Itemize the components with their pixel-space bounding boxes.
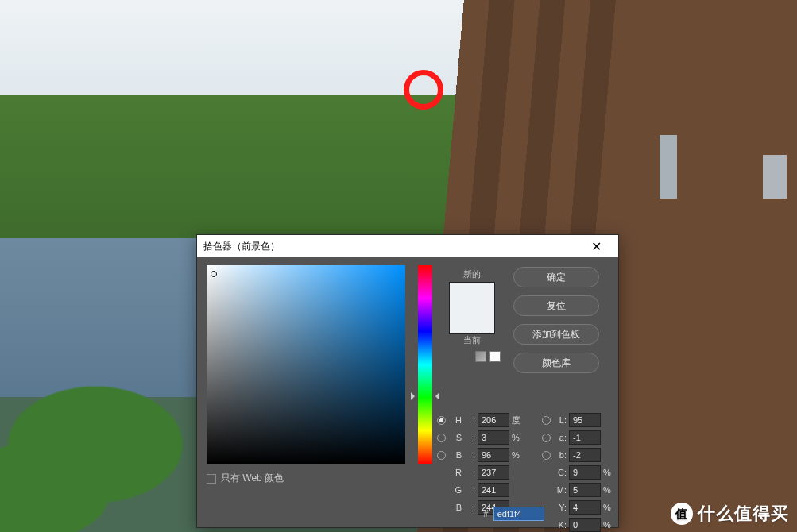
radio-b-hsb[interactable] <box>437 451 446 460</box>
hex-hash: # <box>483 508 489 519</box>
watermark-text: 什么值得买 <box>698 502 789 526</box>
unit-m: % <box>603 485 614 495</box>
new-color-label: 新的 <box>442 268 502 280</box>
label-m: M <box>557 485 567 495</box>
radio-l[interactable] <box>542 416 551 425</box>
label-k: K <box>559 520 567 530</box>
unit-k: % <box>603 520 614 530</box>
input-b-lab[interactable] <box>569 448 601 462</box>
websafe-warning-icon[interactable] <box>489 351 501 362</box>
unit-h: 度 <box>512 414 523 426</box>
radio-s[interactable] <box>437 434 446 442</box>
label-h: H <box>455 415 462 425</box>
ok-button[interactable]: 确定 <box>513 267 599 287</box>
unit-y: % <box>603 503 614 512</box>
dialog-titlebar[interactable]: 拾色器（前景色） ✕ <box>197 235 618 257</box>
add-to-swatches-button[interactable]: 添加到色板 <box>513 324 599 345</box>
label-b-hsb: B <box>456 450 462 460</box>
input-h[interactable] <box>478 413 509 427</box>
watermark-badge-icon: 值 <box>671 503 693 525</box>
radio-h[interactable] <box>437 416 446 425</box>
label-s: S <box>456 433 462 442</box>
input-k[interactable] <box>569 518 601 532</box>
color-picker-dialog: 拾色器（前景色） ✕ 只有 Web 颜色 新的 当前 <box>196 234 619 528</box>
gamut-warning-icon[interactable] <box>475 351 486 362</box>
input-c[interactable] <box>569 465 601 480</box>
input-y[interactable] <box>569 500 601 515</box>
color-swatches <box>449 282 495 334</box>
saturation-brightness-field[interactable] <box>207 265 405 464</box>
reset-button[interactable]: 复位 <box>513 295 599 316</box>
watermark: 值 什么值得买 <box>671 502 789 526</box>
close-button[interactable]: ✕ <box>580 235 612 257</box>
unit-c: % <box>603 468 614 477</box>
hue-strip[interactable] <box>418 265 432 464</box>
input-r[interactable] <box>478 465 509 480</box>
input-hex[interactable] <box>493 507 544 521</box>
label-a: a <box>559 433 567 442</box>
only-web-checkbox[interactable] <box>207 474 216 484</box>
annotation-red-circle <box>404 70 443 110</box>
radio-a[interactable] <box>542 434 551 442</box>
current-color-label: 当前 <box>442 334 502 346</box>
input-g[interactable] <box>478 483 509 497</box>
input-b-hsb[interactable] <box>478 448 509 462</box>
input-a[interactable] <box>569 430 601 445</box>
current-color-swatch[interactable] <box>450 308 494 333</box>
new-color-swatch[interactable] <box>450 283 494 308</box>
label-y: Y <box>559 503 567 512</box>
input-l[interactable] <box>569 413 601 427</box>
label-b-rgb: B <box>456 503 462 512</box>
label-b-lab: b <box>559 450 567 460</box>
input-s[interactable] <box>478 430 509 445</box>
only-web-label: 只有 Web 颜色 <box>221 472 284 485</box>
radio-b-lab[interactable] <box>542 451 551 460</box>
input-m[interactable] <box>569 483 601 497</box>
label-g: G <box>455 485 462 495</box>
sb-cursor <box>210 270 218 278</box>
dialog-title: 拾色器（前景色） <box>203 240 580 253</box>
color-libraries-button[interactable]: 颜色库 <box>513 353 599 373</box>
unit-b-hsb: % <box>512 450 523 460</box>
label-l: L <box>559 415 567 425</box>
label-r: R <box>455 468 462 477</box>
label-c: C <box>558 468 567 477</box>
unit-s: % <box>512 433 523 442</box>
